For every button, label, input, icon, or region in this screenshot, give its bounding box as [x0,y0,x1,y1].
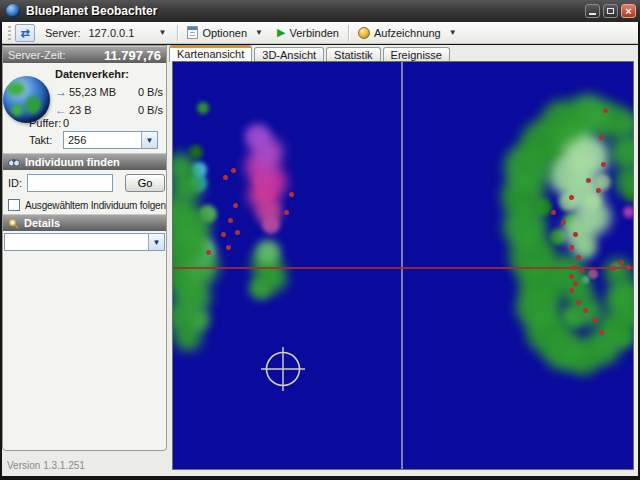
map-blob [256,240,280,264]
map-blob [245,124,271,150]
map-red-dot [235,230,240,235]
map-red-dot [226,245,231,250]
map-red-dot [601,162,606,167]
toolbar: ⇄ Server: 127.0.0.1 ▼ Optionen ▼ ▶ Verbi… [2,22,638,44]
toolbar-grip[interactable] [8,26,11,40]
app-window: BluePlanet Beobachter × ⇄ Server: 127.0.… [0,0,640,480]
puffer-row: Puffer: 0 [29,117,69,129]
options-icon [187,26,198,39]
map-vertical-gridline [401,62,403,469]
map-blob [615,166,633,198]
go-button[interactable]: Go [125,174,165,192]
details-header: Details [3,214,166,231]
server-time-label: Server-Zeit: [8,49,65,61]
client-area: Server-Zeit: 11.797,76 Datenverkehr: → 5… [2,45,638,476]
globe-icon [3,76,50,123]
binoculars-icon [8,157,20,167]
details-chevron-icon[interactable]: ▼ [148,234,164,250]
id-label: ID: [8,177,22,189]
map-blob [610,134,633,170]
server-address-combo[interactable]: 127.0.0.1 [88,27,150,39]
map-red-dot [569,245,574,250]
puffer-value: 0 [63,117,69,129]
follow-label: Ausgewähltem Individuum folgen [25,200,166,211]
takt-value: 256 [64,134,141,146]
map-red-dot [569,195,574,200]
optionen-label: Optionen [202,27,247,39]
minimize-button[interactable] [585,4,600,18]
map-red-dot [573,281,578,286]
map-red-dot [626,265,631,270]
map-red-dot [571,265,576,270]
window-title: BluePlanet Beobachter [26,4,157,18]
maximize-button[interactable] [603,4,618,18]
map-red-dot [284,210,289,215]
map-red-dot [593,318,598,323]
individuum-finden-header: Individuum finden [3,153,166,170]
swap-arrows-icon: ⇄ [20,28,29,38]
map-canvas[interactable] [173,62,633,469]
aufzeichnung-label: Aufzeichnung [374,27,441,39]
traffic-title: Datenverkehr: [55,68,163,80]
play-icon: ▶ [277,26,285,39]
id-input[interactable] [27,174,113,192]
map-red-dot [228,218,233,223]
verbinden-button[interactable]: ▶ Verbinden [273,23,343,43]
server-time-value: 11.797,76 [104,48,161,63]
aufzeichnung-dropdown-button[interactable]: Aufzeichnung ▼ [354,23,467,43]
map-red-dot [576,300,581,305]
takt-combobox[interactable]: 256 ▼ [63,131,158,149]
upload-rate: 0 B/s [138,86,163,98]
optionen-chevron-icon: ▼ [255,28,263,37]
toolbar-separator [177,25,178,41]
download-rate: 0 B/s [138,104,163,116]
details-combobox[interactable]: ▼ [4,233,165,251]
server-label: Server: [45,27,80,39]
download-value: 23 B [69,104,92,116]
map-red-dot [579,268,584,273]
map-red-dot [223,175,228,180]
server-connect-icon-button[interactable]: ⇄ [15,24,35,42]
follow-checkbox[interactable] [8,199,20,211]
map-red-dot [599,330,604,335]
map-panel [172,61,634,470]
map-red-dot [586,178,591,183]
crosshair-marker [261,347,305,391]
map-red-dot [233,203,238,208]
aufzeichnung-chevron-icon: ▼ [449,28,457,37]
map-red-dot [573,232,578,237]
map-red-dot [569,288,574,293]
optionen-dropdown-button[interactable]: Optionen ▼ [183,23,273,43]
magnifier-icon [8,218,19,229]
tab-3d-ansicht[interactable]: 3D-Ansicht [254,47,324,62]
map-blob [189,145,203,159]
download-row: ← 23 B 0 B/s [55,103,163,117]
traffic-panel: Datenverkehr: → 55,23 MB 0 B/s ← 23 B 0 … [55,68,163,121]
map-red-dot [599,135,604,140]
map-red-dot [576,255,581,260]
takt-row: Takt: 256 ▼ [29,131,158,149]
map-blob [588,269,598,279]
map-red-dot [289,192,294,197]
title-bar: BluePlanet Beobachter × [0,0,640,22]
takt-chevron-icon[interactable]: ▼ [141,132,157,148]
map-red-dot [221,232,226,237]
tab-kartenansicht[interactable]: Kartenansicht [169,45,252,62]
takt-label: Takt: [29,134,63,146]
map-blob [541,100,585,144]
map-red-dot [206,250,211,255]
tab-ereignisse[interactable]: Ereignisse [383,47,450,62]
puffer-label: Puffer: [29,117,63,129]
map-horizontal-redline [173,267,633,269]
map-red-dot [561,220,566,225]
map-red-dot [231,168,236,173]
close-button[interactable]: × [621,4,636,18]
record-icon [358,27,370,39]
tab-statistik[interactable]: Statistik [326,47,381,62]
map-red-dot [619,260,624,265]
version-text: Version 1.3.1.251 [7,460,85,471]
map-red-dot [551,210,556,215]
server-combo-chevron-icon[interactable]: ▼ [158,28,166,37]
upload-value: 55,23 MB [69,86,116,98]
map-red-dot [596,188,601,193]
